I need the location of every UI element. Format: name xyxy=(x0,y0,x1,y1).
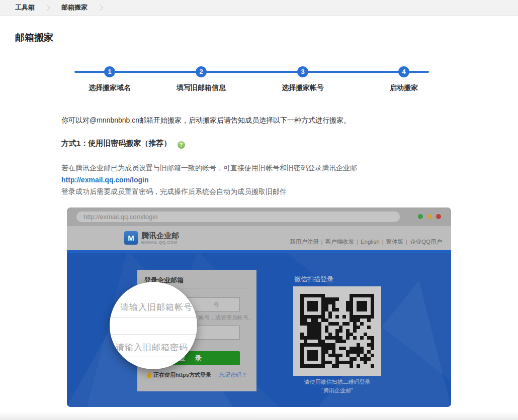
exmail-login-link[interactable]: http://exmail.qq.com/login xyxy=(61,174,148,186)
header-accent-strip xyxy=(67,250,451,253)
input-border-line xyxy=(110,317,197,318)
nav-qq-user-link[interactable]: 企业QQ用户 xyxy=(410,239,442,245)
nav-traditional-link[interactable]: 繁体版 xyxy=(386,239,404,245)
yellow-dot-icon xyxy=(427,214,432,219)
https-note: 正在使用https方式登录 xyxy=(147,371,211,379)
login-page-screenshot: http://exmail.qq.com/login M 腾讯企业邮 EXMAI… xyxy=(67,207,451,407)
qr-finder-icon xyxy=(300,343,325,368)
step-1-label: 选择搬家域名 xyxy=(69,83,150,92)
browser-chrome: http://exmail.qq.com/login xyxy=(67,207,451,226)
browser-window-dots xyxy=(418,214,441,219)
exmail-site-header: M 腾讯企业邮 EXMAIL.QQ.COM 新用户注册|客户端收发|Englis… xyxy=(67,226,451,250)
nav-separator: | xyxy=(357,239,358,245)
nav-client-link[interactable]: 客户端收发 xyxy=(325,239,354,245)
step-2-label: 填写旧邮箱信息 xyxy=(161,83,241,92)
page-title: 邮箱搬家 xyxy=(15,31,53,44)
exmail-logo: M 腾讯企业邮 EXMAIL.QQ.COM xyxy=(124,231,179,245)
login-panel-footer: 正在使用https方式登录 忘记密码？ xyxy=(137,371,256,379)
browser-url-bar[interactable]: http://exmail.qq.com/login xyxy=(76,212,400,222)
method1-description: 若在腾讯企业邮已为成员设置与旧邮箱一致的帐号，可直接使用旧帐号和旧密码登录腾讯企… xyxy=(61,162,357,198)
green-dot-icon xyxy=(418,214,423,219)
exmail-top-nav: 新用户注册|客户端收发|English|繁体版|企业QQ用户 xyxy=(290,238,442,246)
qr-finder-icon xyxy=(300,294,325,319)
breadcrumb-mail-migration[interactable]: 邮箱搬家 xyxy=(61,3,88,12)
step-2-dot: 2 xyxy=(196,66,207,77)
magnifier-circle: 请输入旧邮箱帐号 请输入旧邮箱密码 xyxy=(110,282,197,369)
https-note-text: 正在使用https方式登录 xyxy=(153,371,211,379)
account-input-fragment: 号 xyxy=(213,298,219,311)
qr-caption-line1: 请使用微信扫描二维码登录 xyxy=(293,378,381,386)
breadcrumb: 工具箱 邮箱搬家 xyxy=(0,0,518,16)
step-4-dot: 4 xyxy=(398,66,409,77)
step-4-label: 启动搬家 xyxy=(364,83,444,92)
exmail-logo-icon: M xyxy=(124,231,138,245)
lock-icon xyxy=(147,374,151,378)
wechat-scan-heading: 微信扫描登录 xyxy=(294,275,333,284)
migration-intro-text: 你可以对@mnnbnbnb.cn邮箱开始搬家，启动搬家后请告知成员选择以下一种方… xyxy=(61,116,351,125)
password-placeholder-magnified: 请输入旧邮箱密码 xyxy=(116,342,188,353)
qr-finder-icon xyxy=(350,294,374,319)
mail-migration-page: 工具箱 邮箱搬家 邮箱搬家 1 2 3 4 选择搬家域名 填写旧邮箱信息 选择搬… xyxy=(0,0,518,420)
method1-line2: 登录成功后需要成员重置密码，完成操作后系统会自动为成员搬取旧邮件 xyxy=(61,186,357,198)
dashed-divider xyxy=(15,55,504,55)
exmail-logo-subtitle: EXMAIL.QQ.COM xyxy=(141,240,179,245)
help-question-icon[interactable]: ? xyxy=(178,141,185,149)
nav-separator: | xyxy=(321,239,322,245)
step-1-dot: 1 xyxy=(104,66,115,77)
qr-code xyxy=(293,286,381,376)
nav-register-link[interactable]: 新用户注册 xyxy=(290,239,319,245)
forgot-password-link[interactable]: 忘记密码？ xyxy=(219,371,247,379)
chevron-right-icon xyxy=(44,5,50,11)
method1-heading-text: 方式1：使用旧密码搬家（推荐） xyxy=(61,139,171,147)
stepper-line xyxy=(74,71,429,73)
nav-separator: | xyxy=(382,239,384,245)
red-dot-icon xyxy=(436,214,441,219)
qr-caption-line2: “腾讯企业邮” xyxy=(293,387,381,394)
step-3-dot: 3 xyxy=(297,66,308,77)
account-placeholder-magnified: 请输入旧邮箱帐号 xyxy=(120,301,193,313)
method1-line1: 若在腾讯企业邮已为成员设置与旧邮箱一致的帐号，可直接使用旧帐号和旧密码登录腾讯企… xyxy=(61,162,357,174)
chevron-right-icon xyxy=(97,5,103,11)
exmail-logo-title: 腾讯企业邮 xyxy=(141,232,179,239)
input-border-line xyxy=(110,334,197,335)
nav-separator: | xyxy=(406,239,407,245)
breadcrumb-toolbox[interactable]: 工具箱 xyxy=(15,3,35,12)
step-3-label: 选择搬家帐号 xyxy=(263,83,343,92)
method1-heading: 方式1：使用旧密码搬家（推荐） ? xyxy=(61,139,185,149)
bottom-fade xyxy=(0,412,518,420)
nav-english-link[interactable]: English xyxy=(361,239,380,245)
account-hint-text: 帐号，或管理员帐号。 xyxy=(199,314,254,322)
